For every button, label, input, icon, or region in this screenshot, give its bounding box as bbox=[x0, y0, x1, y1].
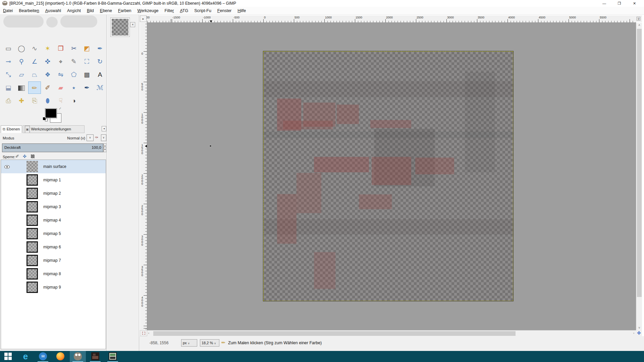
layer-row[interactable]: mipmap 8 bbox=[1, 267, 106, 281]
unit-dropdown[interactable]: px∨ bbox=[181, 339, 197, 347]
dock-menu-button[interactable]: ◂ bbox=[102, 126, 106, 131]
layer-row[interactable]: mipmap 2 bbox=[1, 187, 106, 200]
menu-farben[interactable]: Farben bbox=[115, 7, 135, 15]
quick-mask-button[interactable] bbox=[140, 330, 147, 336]
image-tab[interactable] bbox=[110, 17, 130, 37]
eraser-tool[interactable]: ▰ bbox=[54, 81, 67, 94]
canvas-menu-button[interactable]: ▸ bbox=[140, 15, 147, 22]
perspective-tool[interactable]: ⏢ bbox=[28, 68, 41, 81]
menu-auswahl[interactable]: Auswahl bbox=[42, 7, 64, 15]
blur-sharpen-tool[interactable]: ⬮ bbox=[41, 95, 54, 107]
vertical-scrollbar[interactable]: ˄ ˅ bbox=[636, 23, 642, 330]
free-select-tool[interactable]: ∿ bbox=[28, 42, 41, 55]
flip-tool[interactable]: ⇋ bbox=[54, 68, 67, 81]
mode-switch-dropdown[interactable]: ∨ bbox=[101, 134, 106, 141]
clone-tool[interactable]: ⎙ bbox=[2, 95, 15, 107]
move-tool[interactable]: ✜ bbox=[41, 55, 54, 68]
layer-row[interactable]: mipmap 4 bbox=[1, 214, 106, 227]
navigation-button[interactable]: ✜ bbox=[636, 330, 642, 336]
spin-up-icon[interactable]: ▲ bbox=[104, 144, 106, 148]
rotate-tool[interactable]: ↻ bbox=[94, 55, 106, 68]
mode-dropdown[interactable]: ∨ bbox=[87, 134, 94, 141]
paintbrush-tool[interactable]: ✐ bbox=[41, 81, 54, 94]
ellipse-select-tool[interactable]: ◯ bbox=[15, 42, 28, 55]
paths-tool[interactable]: ✒ bbox=[94, 42, 106, 55]
pencil-tool[interactable]: ✏ bbox=[28, 81, 41, 94]
vertical-ruler[interactable]: 05001000150020002500300035004000 bbox=[140, 23, 147, 330]
opacity-slider[interactable]: Deckkraft 100,0 bbox=[2, 143, 103, 152]
window-titlebar[interactable]: [BR204_main_215] (importiert)-1.0 (RGB-F… bbox=[0, 0, 644, 7]
measure-tool[interactable]: ∠ bbox=[28, 55, 41, 68]
taskbar-gimp[interactable] bbox=[70, 351, 86, 362]
foreground-color-swatch[interactable] bbox=[45, 109, 57, 118]
zoom-tool[interactable]: ⚲ bbox=[15, 55, 28, 68]
close-button[interactable]: ✕ bbox=[627, 0, 642, 7]
layer-row[interactable]: mipmap 9 bbox=[1, 281, 106, 294]
vscroll-thumb[interactable] bbox=[637, 29, 642, 297]
layer-row[interactable]: mipmap 3 bbox=[1, 200, 106, 214]
layer-row[interactable]: main surface bbox=[1, 160, 106, 173]
foreground-select-tool[interactable]: ◩ bbox=[80, 42, 93, 55]
perspective-clone-tool[interactable]: ⎘ bbox=[28, 95, 41, 107]
menu-ansicht[interactable]: Ansicht bbox=[64, 7, 84, 15]
mode-value[interactable]: Normal (v) bbox=[57, 136, 85, 140]
horizontal-scrollbar[interactable]: ‹ › bbox=[147, 330, 636, 336]
heal-tool[interactable]: ✚ bbox=[15, 95, 28, 107]
minimize-button[interactable]: — bbox=[597, 0, 612, 7]
shear-tool[interactable]: ▱ bbox=[15, 68, 28, 81]
scroll-right-icon[interactable]: › bbox=[633, 331, 634, 335]
taskbar-photos[interactable] bbox=[87, 351, 103, 362]
spin-down-icon[interactable]: ▼ bbox=[104, 148, 106, 152]
menu-script-fu[interactable]: Script-Fu bbox=[191, 7, 214, 15]
scroll-up-icon[interactable]: ˄ bbox=[636, 23, 642, 27]
crop-tool[interactable]: ⛶ bbox=[80, 55, 93, 68]
tab-ebenen[interactable]: ⧉Ebenen bbox=[1, 125, 22, 133]
scroll-left-icon[interactable]: ‹ bbox=[148, 331, 149, 335]
zoom-fit-button[interactable]: ⚲ bbox=[635, 15, 642, 22]
taskbar-thunderbird[interactable]: ✉ bbox=[35, 351, 51, 362]
lock-alpha-icon[interactable] bbox=[31, 155, 35, 158]
visibility-eye-icon[interactable] bbox=[4, 165, 10, 169]
zoom-dropdown[interactable]: 18,2 %∨ bbox=[200, 339, 219, 347]
menu-bearbeiten[interactable]: Bearbeiten bbox=[16, 7, 42, 15]
menu-fenster[interactable]: Fenster bbox=[214, 7, 234, 15]
ink-tool[interactable]: ✒ bbox=[80, 81, 93, 94]
scroll-down-icon[interactable]: ˅ bbox=[636, 326, 642, 329]
align-tool[interactable]: ⌖ bbox=[54, 55, 67, 68]
horizontal-ruler[interactable]: -2000-1500-1000-500050010001500200025003… bbox=[147, 15, 636, 23]
taskbar-edge[interactable]: e bbox=[17, 351, 34, 362]
image-tab-close-icon[interactable]: ✕ bbox=[130, 22, 135, 27]
text-tool[interactable]: A bbox=[94, 68, 106, 81]
menu-atg[interactable]: ATG bbox=[177, 7, 191, 15]
select-by-color-tool[interactable]: ❒ bbox=[54, 42, 67, 55]
layer-row[interactable]: mipmap 5 bbox=[1, 227, 106, 240]
gradient-tool[interactable] bbox=[15, 81, 28, 94]
warp-transform-tool[interactable]: ▩ bbox=[80, 68, 93, 81]
scale-tool[interactable]: ⤡ bbox=[2, 68, 15, 81]
smudge-tool[interactable]: ☟ bbox=[54, 95, 67, 107]
menu-datei[interactable]: Datei bbox=[0, 7, 16, 15]
hscroll-thumb[interactable] bbox=[153, 331, 516, 336]
menu-filter[interactable]: Filter bbox=[162, 7, 177, 15]
scissors-select-tool[interactable]: ✂ bbox=[67, 42, 80, 55]
dodge-burn-tool[interactable]: ◑ bbox=[67, 95, 80, 107]
layer-row[interactable]: mipmap 6 bbox=[1, 240, 106, 254]
menu-ebene[interactable]: Ebene bbox=[97, 7, 115, 15]
canvas-viewport[interactable] bbox=[147, 23, 636, 330]
restore-button[interactable]: ❐ bbox=[612, 0, 627, 7]
taskbar-emulator[interactable] bbox=[105, 351, 121, 362]
color-picker-tool[interactable]: ⊸ bbox=[2, 55, 15, 68]
taskbar-start[interactable] bbox=[0, 351, 16, 362]
fuzzy-select-tool[interactable]: ✶ bbox=[41, 42, 54, 55]
menu-bild[interactable]: Bild bbox=[84, 7, 97, 15]
taskbar-firefox[interactable] bbox=[52, 351, 68, 362]
layer-row[interactable]: mipmap 1 bbox=[1, 173, 106, 187]
mypaint-brush-tool[interactable]: ℳ bbox=[94, 81, 106, 94]
cage-transform-tool[interactable]: ⬠ bbox=[67, 68, 80, 81]
calligraphy-tool[interactable]: ✎ bbox=[67, 55, 80, 68]
tab-werkzeugeinstellungen[interactable]: ▣Werkzeugeinstellungen bbox=[23, 125, 85, 133]
lock-position-icon[interactable]: ✜ bbox=[23, 154, 26, 159]
opacity-spinner[interactable]: ▲ ▼ bbox=[103, 143, 107, 152]
menu-werkzeuge[interactable]: Werkzeuge bbox=[135, 7, 162, 15]
menu-hilfe[interactable]: Hilfe bbox=[234, 7, 249, 15]
